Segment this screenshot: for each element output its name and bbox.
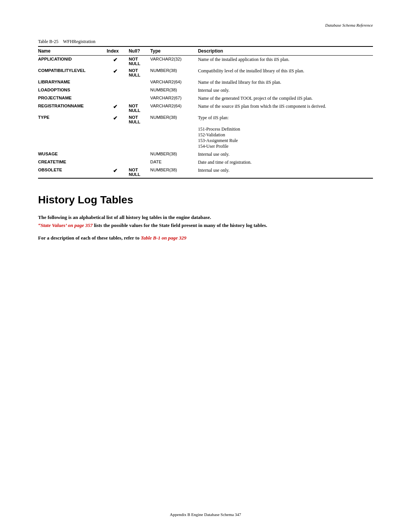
row-null [127, 78, 149, 86]
table-row: COMPATIBILITYLEVEL ✔ NOTNULL NUMBER(38) … [38, 67, 373, 78]
row-type: VARCHAR2(64) [149, 102, 196, 114]
col-header-null: Null? [127, 46, 149, 56]
row-type: VARCHAR2(67) [149, 94, 196, 102]
table-row: LOADOPTIONS NUMBER(38) Internal use only… [38, 86, 373, 94]
history-para1-text: The following is an alphabetical list of… [38, 214, 211, 220]
row-type: DATE [149, 158, 196, 166]
table-row: REGISTRATIONNAME ✔ NOTNULL VARCHAR2(64) … [38, 102, 373, 114]
table-row: LIBRARYNAME VARCHAR2(64) Name of the ins… [38, 78, 373, 86]
type-option-2: 152-Validation [198, 132, 225, 137]
row-desc: Type of iIS plan: 151-Process Definition… [196, 114, 373, 150]
row-name: PROJECTNAME [38, 94, 105, 102]
row-desc: Internal use only. [196, 150, 373, 158]
row-type: NUMBER(38) [149, 67, 196, 78]
row-null [127, 150, 149, 158]
table-row: PROJECTNAME VARCHAR2(67) Name of the gen… [38, 94, 373, 102]
history-section-title: History Log Tables [38, 194, 373, 206]
row-desc: Compatibility level of the installed lib… [196, 67, 373, 78]
row-null: NOTNULL [127, 114, 149, 150]
row-desc: Internal use only. [196, 166, 373, 178]
row-desc: Date and time of registration. [196, 158, 373, 166]
table-row: APPLICATIONID ✔ NOTNULL VARCHAR2(32) Nam… [38, 56, 373, 67]
table-caption-text: WFHRegistration [63, 39, 95, 44]
footer-text: Appendix B Engine Database Schema 347 [170, 512, 241, 517]
row-index [105, 158, 127, 166]
row-type: VARCHAR2(64) [149, 78, 196, 86]
page-footer: Appendix B Engine Database Schema 347 [0, 512, 411, 517]
row-desc: Name of the source iIS plan from which t… [196, 102, 373, 114]
history-section-body: The following is an alphabetical list of… [38, 214, 373, 242]
row-name: REGISTRATIONNAME [38, 102, 105, 114]
history-link1[interactable]: “State Values’ on page 357 [38, 222, 93, 228]
page-header: Database Schema Reference [0, 0, 411, 31]
row-type: VARCHAR2(32) [149, 56, 196, 67]
row-name: APPLICATIONID [38, 56, 105, 67]
row-desc: Internal use only. [196, 86, 373, 94]
header-text: Database Schema Reference [325, 23, 373, 27]
col-header-type: Type [149, 46, 196, 56]
wfh-registration-table: Name Index Null? Type Description APPLIC… [38, 46, 373, 179]
table-header-row: Name Index Null? Type Description [38, 46, 373, 56]
row-null: NOTNULL [127, 56, 149, 67]
row-index: ✔ [105, 56, 127, 67]
col-header-desc: Description [196, 46, 373, 56]
row-null [127, 86, 149, 94]
row-name: OBSOLETE [38, 166, 105, 178]
row-null: NOTNULL [127, 166, 149, 178]
row-desc: Name of the generated TOOL project of th… [196, 94, 373, 102]
history-link2[interactable]: Table B-1 on page 329 [141, 235, 186, 241]
page-container: Database Schema Reference Table B-25 WFH… [0, 0, 411, 532]
row-name: COMPATIBILITYLEVEL [38, 67, 105, 78]
row-type: NUMBER(38) [149, 166, 196, 178]
row-index: ✔ [105, 67, 127, 78]
history-paragraph-1: The following is an alphabetical list of… [38, 214, 373, 230]
table-row: CREATETIME DATE Date and time of registr… [38, 158, 373, 166]
row-null [127, 158, 149, 166]
row-index [105, 94, 127, 102]
row-desc: Name of the installed library for this i… [196, 78, 373, 86]
row-null [127, 94, 149, 102]
row-name: TYPE [38, 114, 105, 150]
row-index [105, 150, 127, 158]
row-null: NOTNULL [127, 102, 149, 114]
content-area: Table B-25 WFHRegistration Name Index Nu… [0, 31, 411, 262]
history-para1-cont: lists the possible values for the State … [94, 222, 267, 228]
row-type: NUMBER(38) [149, 150, 196, 158]
table-caption-bold: Table B-25 [38, 39, 58, 44]
row-index [105, 86, 127, 94]
type-option-1: 151-Process Definition [198, 126, 240, 132]
row-index: ✔ [105, 102, 127, 114]
row-type: NUMBER(38) [149, 86, 196, 94]
row-type: NUMBER(38) [149, 114, 196, 150]
row-name: LIBRARYNAME [38, 78, 105, 86]
col-header-index: Index [105, 46, 127, 56]
type-option-4: 154-User Profile [198, 144, 228, 149]
table-row: TYPE ✔ NOTNULL NUMBER(38) Type of iIS pl… [38, 114, 373, 150]
row-null: NOTNULL [127, 67, 149, 78]
history-para2-pre: For a description of each of these table… [38, 235, 139, 241]
row-name: WUSAGE [38, 150, 105, 158]
history-paragraph-2: For a description of each of these table… [38, 234, 373, 242]
table-row: OBSOLETE ✔ NOTNULL NUMBER(38) Internal u… [38, 166, 373, 178]
row-name: CREATETIME [38, 158, 105, 166]
col-header-name: Name [38, 46, 105, 56]
row-index [105, 78, 127, 86]
row-index: ✔ [105, 114, 127, 150]
table-row: WUSAGE NUMBER(38) Internal use only. [38, 150, 373, 158]
type-option-3: 153-Assignment Rule [198, 138, 238, 143]
row-index: ✔ [105, 166, 127, 178]
table-caption: Table B-25 WFHRegistration [38, 39, 373, 45]
row-name: LOADOPTIONS [38, 86, 105, 94]
row-desc: Name of the installed application for th… [196, 56, 373, 67]
